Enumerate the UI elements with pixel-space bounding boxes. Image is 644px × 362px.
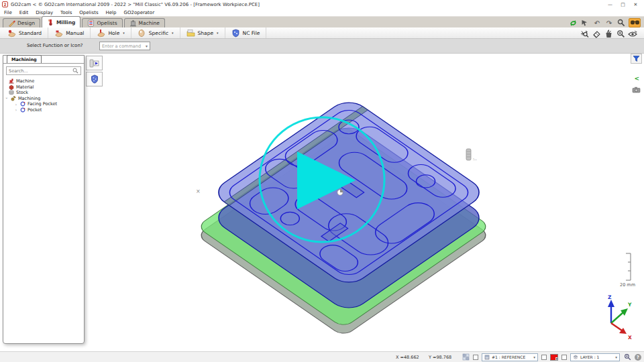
viewport-3d[interactable]: × :.. 20 mm Z <box>0 54 644 351</box>
layer-dropdown-arrow[interactable]: ▾ <box>615 355 617 359</box>
menu-opelists[interactable]: Opelists <box>79 10 98 15</box>
tree-item-pocket-label: Pocket <box>28 107 42 113</box>
color-checkbox[interactable] <box>541 355 547 360</box>
tree-item-machining-label: Machining <box>18 96 40 101</box>
window-title: GO2cam < © GO2cam International 2009 - 2… <box>11 2 260 7</box>
machining-tree: Machine Material Stock › Machining › Fac… <box>5 78 83 113</box>
command-combobox-arrow[interactable]: ▾ <box>146 44 148 48</box>
menu-bar: File Edit Display Tools Opelists Help GO… <box>0 9 644 16</box>
tab-machine[interactable]: Machine <box>124 18 165 27</box>
pocket-icon <box>20 107 25 113</box>
snapshot-icon[interactable] <box>632 83 641 96</box>
zoom-icon[interactable] <box>616 19 626 27</box>
collapse-chevron-icon[interactable]: › <box>14 107 18 112</box>
machining-panel: Machining Machine Material Stock › Machi… <box>3 55 85 344</box>
reference-dropdown-arrow[interactable]: ▾ <box>533 355 535 359</box>
search-icon <box>72 68 78 74</box>
zoom-window-icon[interactable] <box>616 29 625 38</box>
menu-tools[interactable]: Tools <box>60 10 72 15</box>
collapse-panel-chevron[interactable]: < <box>634 76 639 82</box>
simulation-button[interactable] <box>86 56 103 70</box>
specific-cycle-button[interactable]: Specific ▾ <box>131 27 180 38</box>
specific-dropdown-arrow[interactable]: ▾ <box>172 31 174 35</box>
maximize-button[interactable]: □ <box>616 1 629 9</box>
tool-vest-icon <box>91 74 99 84</box>
machining-icon <box>11 96 16 101</box>
tree-item-pocket[interactable]: › Pocket <box>5 107 83 113</box>
zoom-selection-icon[interactable] <box>623 353 631 361</box>
layer-combobox[interactable]: LAYER : 1 ▾ <box>570 353 620 361</box>
tree-item-machine[interactable]: Machine <box>5 78 83 84</box>
undo-icon[interactable]: ↶ <box>592 19 602 27</box>
tree-item-material[interactable]: Material <box>5 84 83 90</box>
go2operator-glasses-button[interactable] <box>629 18 641 27</box>
hole-cycle-button[interactable]: Hole ▾ <box>91 27 131 38</box>
glasses-icon <box>631 20 639 25</box>
search-box[interactable] <box>6 66 81 75</box>
command-combobox[interactable]: Enter a command ▾ <box>99 42 150 50</box>
command-prompt-label: Select Function or Icon? <box>27 43 83 48</box>
help-icon[interactable]: ? <box>635 354 641 361</box>
axis-x-label: X <box>628 335 632 341</box>
manual-cycle-icon <box>54 29 63 38</box>
redraw-eye-icon[interactable] <box>628 29 637 38</box>
close-button[interactable]: ✕ <box>629 1 642 9</box>
redo-icon[interactable]: ↷ <box>604 19 614 27</box>
filter-button[interactable] <box>631 54 642 64</box>
tree-item-stock-label: Stock <box>16 90 28 95</box>
current-color-swatch[interactable]: ▾ <box>550 354 558 361</box>
standard-cycle-button[interactable]: Standard <box>1 27 48 38</box>
minimize-button[interactable]: — <box>604 1 616 9</box>
color-dropdown-arrow[interactable]: ▾ <box>555 357 557 360</box>
standard-cycle-icon <box>7 29 16 38</box>
machine-icon <box>9 78 14 84</box>
nc-file-button[interactable]: NC File <box>225 27 267 38</box>
design-icon <box>8 19 15 27</box>
milling-icon <box>47 19 54 26</box>
expand-chevron-icon[interactable]: › <box>5 97 9 101</box>
hole-dropdown-arrow[interactable]: ▾ <box>123 31 125 35</box>
shape-button[interactable]: Shape ▾ <box>180 27 225 38</box>
pick-tool-icon[interactable] <box>580 19 590 27</box>
layer-checkbox[interactable] <box>561 355 567 360</box>
collapse-chevron-icon[interactable]: › <box>14 102 18 107</box>
tab-milling-label: Milling <box>56 19 75 25</box>
axis-triad[interactable]: Z Y X <box>608 294 632 341</box>
tool-bin-icon[interactable] <box>604 29 613 38</box>
search-input[interactable] <box>9 68 72 74</box>
menu-go2operator[interactable]: GO2operator <box>124 10 155 15</box>
tree-item-facing-pocket[interactable]: › Facing Pocket <box>5 101 83 107</box>
simulation-machine-icon[interactable] <box>580 29 589 38</box>
tree-item-machining[interactable]: › Machining <box>5 96 83 102</box>
axis-z-label: Z <box>608 294 612 300</box>
reference-checkbox[interactable] <box>473 355 478 360</box>
grid-snap-icon[interactable] <box>462 353 470 361</box>
view-toolbar-top: ↶ ↷ <box>568 18 641 27</box>
menu-display[interactable]: Display <box>36 10 53 15</box>
axis-y-label: Y <box>627 302 632 308</box>
tree-item-stock[interactable]: Stock <box>5 90 83 96</box>
shape-label: Shape <box>198 30 214 36</box>
tab-opelists[interactable]: Opelists <box>82 18 122 27</box>
menu-edit[interactable]: Edit <box>19 10 29 15</box>
milling-tool-glyph: :.. <box>466 149 477 161</box>
ribbon-toolbar: Standard Manual Hole ▾ Specific ▾ Shape … <box>0 27 644 39</box>
manual-cycle-button[interactable]: Manual <box>48 27 91 38</box>
tab-milling[interactable]: Milling <box>42 16 80 27</box>
reference-plane-icon <box>484 355 490 360</box>
reference-combobox[interactable]: #1 : REFERENCE ▾ <box>482 353 538 361</box>
menu-file[interactable]: File <box>4 10 12 15</box>
command-combobox-placeholder: Enter a command <box>102 44 141 49</box>
shape-dropdown-arrow[interactable]: ▾ <box>217 31 219 35</box>
menu-help[interactable]: Help <box>106 10 117 15</box>
tooling-button[interactable] <box>86 72 103 86</box>
tab-design[interactable]: Design <box>3 18 40 27</box>
tab-design-label: Design <box>17 20 35 26</box>
refresh-icon[interactable] <box>568 19 578 27</box>
tab-machine-label: Machine <box>139 20 160 26</box>
panel-divider <box>3 63 84 64</box>
standard-cycle-label: Standard <box>19 30 42 36</box>
eraser-icon[interactable] <box>592 29 601 38</box>
layer-value: LAYER : 1 <box>580 355 599 359</box>
manual-cycle-label: Manual <box>66 30 84 36</box>
